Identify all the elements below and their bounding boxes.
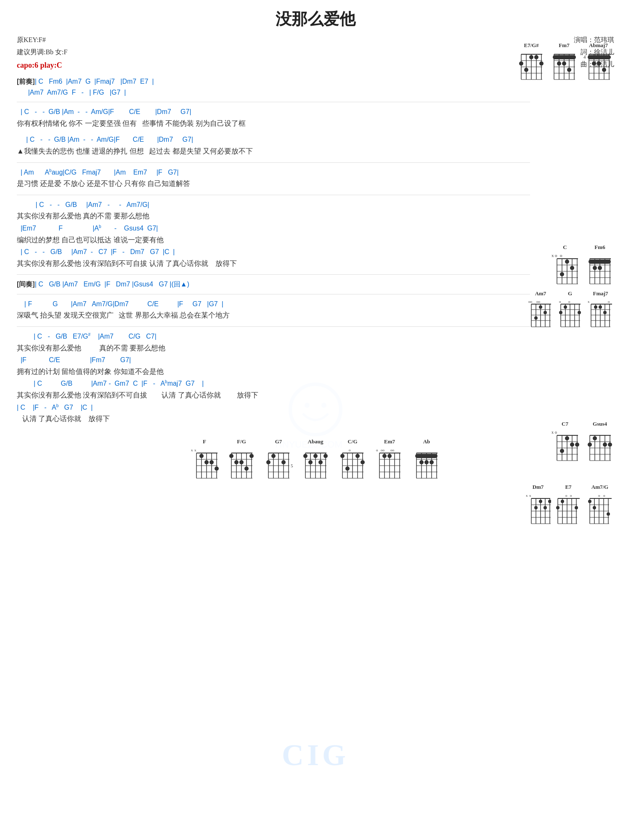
- prelude-chords-2: |Am7 Am7/G F - | F/G |G7 |: [17, 87, 530, 98]
- section-prechorus: | Am Abaug|C/G Fmaj7 |Am Em7 |F G7| 是习惯 …: [17, 167, 530, 191]
- chorus2-chords-3: | C G/B |Am7 - Gm7 C |F - Abmaj7 G7 |: [17, 378, 530, 389]
- svg-point-273: [345, 466, 350, 471]
- svg-point-116: [594, 305, 597, 309]
- svg-text:x: x: [526, 493, 528, 498]
- chord-fm6: Fm6: [586, 244, 614, 286]
- svg-point-72: [598, 266, 602, 270]
- section-verse1: | C - - G/B |Am - - Am/G|F C/E |Dm7 G7| …: [17, 106, 530, 130]
- chord-c7: C7 x o: [551, 421, 579, 462]
- chord-fm7: Fm7: [550, 42, 578, 82]
- svg-point-73: [603, 260, 607, 264]
- svg-point-117: [599, 305, 602, 309]
- chorus2-lyrics-3: 其实你没有那么爱他 没有深陷到不可自拔 认清 了真心话你就 放得下: [17, 389, 530, 402]
- svg-point-58: [570, 266, 574, 270]
- svg-rect-40: [588, 55, 611, 59]
- svg-point-86: [539, 305, 542, 309]
- svg-point-88: [534, 316, 538, 320]
- svg-point-211: [199, 454, 204, 458]
- svg-point-272: [361, 460, 365, 464]
- verse3-lyrics: 深吸气 抬头望 发现天空很宽广 这世 界那么大幸福 总会在某个地方: [17, 309, 530, 322]
- chord-diagrams-mid4: Dm7 x x E7: [525, 484, 614, 525]
- chord-fg-bottom: F/G: [227, 438, 256, 480]
- svg-point-28: [567, 68, 571, 72]
- svg-point-192: [588, 500, 591, 503]
- svg-rect-25: [553, 55, 576, 59]
- svg-text:x: x: [194, 448, 196, 452]
- section-chorus2: | C - G/B E7/G# |Am7 C/G C7| 其实你没有那么爱他 真…: [17, 331, 530, 426]
- svg-point-229: [249, 454, 254, 458]
- chord-fmaj7: Fmaj7 x o: [587, 290, 614, 330]
- interlude-chords: [间奏]| C G/B |Am7 Em/G |F Dm7 |Gsus4 G7 |…: [17, 279, 530, 290]
- svg-text:5: 5: [291, 463, 293, 468]
- svg-text:x: x: [551, 430, 554, 435]
- chord-abmaj7: Abmaj7 4: [583, 42, 614, 82]
- svg-point-288: [387, 454, 392, 458]
- svg-point-132: [570, 443, 574, 447]
- svg-text:o: o: [570, 493, 572, 498]
- svg-text:o: o: [565, 493, 567, 498]
- chorus1-chords-1: | C - - G/B |Am7 - - Am7/G|: [17, 199, 530, 210]
- svg-point-27: [562, 61, 566, 66]
- chord-diagrams-mid2: Am7 oo oo G o: [528, 290, 614, 330]
- prechorus-lyrics: 是习惯 还是爱 不放心 还是不甘心 只有你 自己知道解答: [17, 178, 530, 191]
- svg-point-258: [323, 454, 328, 458]
- svg-text:o: o: [560, 253, 562, 258]
- svg-point-26: [557, 61, 561, 66]
- chord-dm7: Dm7 x x: [525, 484, 551, 525]
- svg-point-226: [234, 460, 239, 464]
- svg-point-212: [204, 460, 209, 464]
- chorus1-lyrics-2: 编织过的梦想 自己也可以抵达 谁说一定要有他: [17, 234, 530, 247]
- svg-point-147: [603, 443, 607, 447]
- svg-point-271: [355, 454, 360, 458]
- svg-point-254: [303, 454, 308, 458]
- chorus1-lyrics-3: 其实你没有那么爱他 没有深陷到不可自拔 认清 了真心话你就 放得下: [17, 257, 530, 270]
- svg-point-134: [575, 443, 579, 447]
- verse3-chords: | F G |Am7 Am7/G|Dm7 C/E |F G7 |G7 |: [17, 299, 530, 310]
- chord-g: G o o: [557, 290, 583, 330]
- svg-point-179: [575, 506, 578, 509]
- svg-point-14: [539, 61, 544, 66]
- chord-g7-bottom: G7 5: [264, 438, 293, 480]
- svg-point-118: [603, 311, 607, 314]
- svg-point-101: [559, 311, 562, 314]
- svg-point-131: [565, 436, 569, 440]
- svg-text:4: 4: [583, 54, 586, 59]
- svg-text:x: x: [191, 448, 193, 452]
- svg-text:o: o: [349, 448, 351, 452]
- chord-am7g: Am7/G o o: [586, 484, 614, 525]
- svg-point-41: [592, 61, 596, 66]
- svg-point-161: [539, 500, 542, 503]
- chord-e7: E7 o o: [555, 484, 581, 525]
- section-verse3: | F G |Am7 Am7/G|Dm7 C/E |F G7 |G7 | 深吸气…: [17, 299, 530, 322]
- svg-text:oo: oo: [536, 299, 541, 304]
- svg-point-241: [271, 454, 276, 458]
- chord-cg-bottom: C/G o: [338, 438, 367, 480]
- verse1-lyrics: 你有权利情绪化 你不 一定要坚强 但有 些事情 不能伪装 别为自己设了框: [17, 117, 530, 130]
- svg-point-71: [593, 266, 597, 270]
- section-verse2: | C - - G/B |Am - - Am/G|F C/E |Dm7 G7| …: [17, 134, 530, 158]
- svg-point-133: [560, 449, 564, 453]
- svg-point-287: [382, 454, 387, 458]
- svg-point-302: [430, 460, 434, 464]
- svg-text:oo: oo: [381, 448, 385, 452]
- svg-text:x: x: [529, 493, 531, 498]
- svg-point-12: [529, 55, 533, 59]
- content-area: [前奏]| C Fm6 |Am7 G |Fmaj7 |Dm7 E7 | |Am7…: [17, 76, 614, 426]
- suggested-key: 建议男调:Bb 女:F: [17, 46, 67, 58]
- svg-point-255: [308, 460, 313, 464]
- svg-point-227: [239, 460, 244, 464]
- svg-point-256: [313, 454, 318, 458]
- svg-rect-299: [415, 454, 437, 458]
- svg-text:o: o: [598, 493, 600, 498]
- svg-point-257: [318, 460, 323, 464]
- svg-point-148: [608, 443, 612, 447]
- svg-text:oo: oo: [528, 299, 533, 304]
- svg-point-228: [244, 466, 249, 471]
- chord-e7g-sharp: E7/G#: [517, 42, 546, 82]
- capo-info: capo:6 play:C: [17, 58, 67, 72]
- chord-gsus4: Gsus4: [586, 421, 614, 462]
- chorus2-chords-4: | C |F - Ab G7 |C |: [17, 402, 530, 413]
- svg-point-178: [556, 506, 559, 509]
- chorus1-chords-2: |Em7 F |Ab - Gsus4 G7|: [17, 223, 530, 234]
- chord-diagrams-mid1: C x o o Fm6: [551, 244, 614, 286]
